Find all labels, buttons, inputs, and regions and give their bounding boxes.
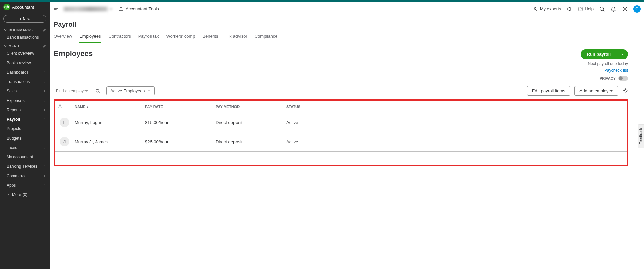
- sidebar-item-banking-services[interactable]: Banking services: [0, 162, 50, 171]
- svg-point-1: [534, 7, 536, 9]
- column-status[interactable]: STATUS: [284, 101, 627, 113]
- settings-gear-icon[interactable]: [622, 6, 628, 12]
- search-icon: [95, 88, 100, 94]
- bookmarks-section-header[interactable]: BOOKMARKS: [0, 26, 50, 33]
- chevron-down-icon: [3, 28, 7, 32]
- search-icon[interactable]: [599, 6, 605, 12]
- sidebar-item-my-accountant[interactable]: My accountant: [0, 152, 50, 162]
- add-employee-button[interactable]: Add an employee: [574, 86, 618, 96]
- chevron-right-icon: [43, 174, 46, 178]
- chevron-right-icon: [43, 184, 46, 187]
- sidebar-item-projects[interactable]: Projects: [0, 124, 50, 133]
- sidebar: qb Accountant + New BOOKMARKS Bank trans…: [0, 2, 50, 269]
- run-payroll-button[interactable]: Run payroll: [581, 49, 617, 59]
- svg-point-6: [96, 89, 99, 92]
- sidebar-item-sales[interactable]: Sales: [0, 86, 50, 96]
- feedback-tab[interactable]: Feedback: [638, 124, 644, 148]
- column-avatar: [55, 101, 72, 113]
- chevron-right-icon: [7, 193, 10, 196]
- new-button[interactable]: + New: [3, 15, 46, 23]
- column-paymethod[interactable]: PAY METHOD: [213, 101, 284, 113]
- sidebar-item-apps[interactable]: Apps: [0, 181, 50, 190]
- sidebar-item-expenses[interactable]: Expenses: [0, 96, 50, 105]
- privacy-toggle[interactable]: [618, 76, 628, 81]
- sidebar-item-bank-transactions[interactable]: Bank transactions: [0, 33, 50, 42]
- employee-status: Active: [284, 113, 627, 132]
- edit-icon[interactable]: [42, 44, 46, 48]
- employee-filter-dropdown[interactable]: Active Employees: [106, 86, 155, 95]
- notifications-icon[interactable]: [610, 6, 616, 12]
- company-name-blurred: [64, 7, 108, 11]
- sidebar-item-books-review[interactable]: Books review: [0, 58, 50, 68]
- collapse-sidebar-button[interactable]: [53, 6, 58, 12]
- sidebar-item-transactions[interactable]: Transactions: [0, 77, 50, 86]
- tab-contractors[interactable]: Contractors: [109, 34, 131, 43]
- tab-payroll-tax[interactable]: Payroll tax: [138, 34, 159, 43]
- chevron-right-icon: [43, 165, 46, 168]
- tab-hr-advisor[interactable]: HR advisor: [225, 34, 247, 43]
- chevron-down-icon: [3, 44, 7, 48]
- employee-search[interactable]: [54, 87, 102, 95]
- chevron-right-icon: [43, 108, 46, 112]
- table-row[interactable]: JMurray Jr, James$25.00/hourDirect depos…: [55, 132, 627, 152]
- svg-rect-0: [119, 8, 123, 10]
- person-icon: [58, 104, 62, 109]
- brand-logo[interactable]: qb Accountant: [0, 2, 50, 12]
- employee-status: Active: [284, 132, 627, 152]
- svg-point-3: [581, 10, 581, 10]
- sidebar-item-budgets[interactable]: Budgets: [0, 133, 50, 143]
- briefcase-icon: [118, 6, 124, 12]
- employee-avatar: J: [60, 137, 69, 146]
- employee-paymethod: Direct deposit: [213, 132, 284, 152]
- section-title: Employees: [54, 49, 93, 58]
- column-payrate[interactable]: PAY RATE: [142, 101, 213, 113]
- help-button[interactable]: Help: [578, 6, 594, 12]
- next-payroll-due: Next payroll due today: [588, 61, 628, 66]
- chevron-right-icon: [43, 146, 46, 149]
- edit-payroll-items-button[interactable]: Edit payroll items: [527, 86, 570, 96]
- sidebar-item-dashboards[interactable]: Dashboards: [0, 68, 50, 77]
- tab-employees[interactable]: Employees: [79, 34, 101, 43]
- sidebar-item-payroll[interactable]: Payroll: [0, 115, 50, 124]
- quickbooks-icon: qb: [3, 4, 10, 10]
- sidebar-more[interactable]: More (0): [0, 190, 50, 199]
- sidebar-item-commerce[interactable]: Commerce: [0, 171, 50, 181]
- page-title: Payroll: [50, 21, 644, 28]
- column-name[interactable]: NAME▲: [72, 101, 142, 113]
- sidebar-item-reports[interactable]: Reports: [0, 105, 50, 115]
- employee-table: NAME▲ PAY RATE PAY METHOD STATUS LMurray…: [55, 101, 627, 152]
- chevron-right-icon: [43, 80, 46, 83]
- user-avatar[interactable]: G: [633, 5, 641, 13]
- employee-paymethod: Direct deposit: [213, 113, 284, 132]
- accountant-tools-button[interactable]: Accountant Tools: [118, 6, 159, 12]
- run-payroll-button-group: Run payroll: [581, 49, 628, 59]
- chevron-right-icon: [43, 118, 46, 121]
- sidebar-item-taxes[interactable]: Taxes: [0, 143, 50, 152]
- chevron-right-icon: [43, 99, 46, 102]
- svg-point-4: [600, 7, 604, 10]
- tab-benefits[interactable]: Benefits: [202, 34, 218, 43]
- company-switcher[interactable]: [62, 7, 115, 11]
- edit-icon[interactable]: [42, 28, 46, 32]
- paycheck-list-link[interactable]: Paycheck list: [604, 68, 628, 73]
- tab-workers-comp[interactable]: Workers' comp: [166, 34, 195, 43]
- tab-compliance[interactable]: Compliance: [255, 34, 278, 43]
- search-input[interactable]: [56, 89, 95, 93]
- table-settings-button[interactable]: [622, 88, 628, 94]
- my-experts-button[interactable]: My experts: [533, 6, 561, 11]
- tab-overview[interactable]: Overview: [54, 34, 72, 43]
- sidebar-item-client-overview[interactable]: Client overview: [0, 49, 50, 58]
- chevron-down-icon: [147, 89, 151, 93]
- svg-point-5: [624, 8, 626, 10]
- brand-text: Accountant: [12, 5, 34, 10]
- menu-section-header[interactable]: MENU: [0, 42, 50, 49]
- employee-payrate: $15.00/hour: [142, 113, 213, 132]
- run-payroll-dropdown[interactable]: [617, 49, 628, 59]
- employee-avatar: L: [60, 118, 69, 127]
- announcements-icon[interactable]: [566, 6, 572, 12]
- table-row[interactable]: LMurray, Logan$15.00/hourDirect depositA…: [55, 113, 627, 132]
- tabs: OverviewEmployeesContractorsPayroll taxW…: [50, 28, 641, 43]
- employee-table-highlight: NAME▲ PAY RATE PAY METHOD STATUS LMurray…: [54, 99, 628, 166]
- chevron-down-icon: [109, 7, 113, 11]
- sort-ascending-icon: ▲: [86, 105, 89, 109]
